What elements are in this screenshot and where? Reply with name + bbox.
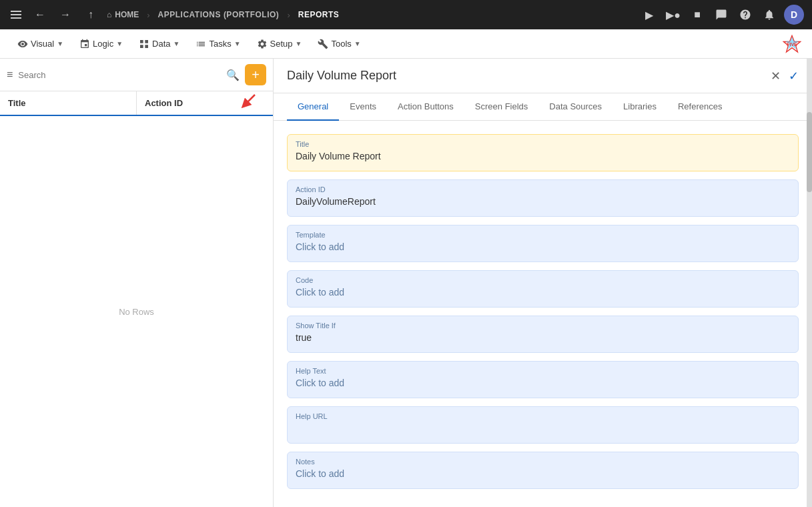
right-header: Daily Volume Report ✕ ✓ — [274, 59, 812, 93]
field-notes[interactable]: Notes Click to add — [287, 452, 799, 489]
home-icon: ⌂ — [107, 10, 111, 19]
nav-data-label: Data — [152, 39, 170, 49]
nav-visual-label: Visual — [31, 39, 54, 49]
panel-title: Daily Volume Report — [287, 69, 771, 83]
filter-icon[interactable]: ≡ — [7, 69, 13, 81]
plus-icon: + — [252, 67, 260, 83]
forward-button[interactable]: → — [56, 5, 75, 24]
confirm-button[interactable]: ✓ — [789, 69, 799, 83]
field-help-url[interactable]: Help URL — [287, 406, 799, 444]
field-code-label: Code — [296, 276, 790, 284]
field-notes-placeholder: Click to add — [296, 468, 790, 479]
field-show-title-if[interactable]: Show Title If true — [287, 316, 799, 353]
col-action-id: Action ID — [137, 91, 273, 115]
nav-tasks[interactable]: Tasks ▼ — [189, 35, 247, 53]
field-notes-label: Notes — [296, 458, 790, 466]
field-template-label: Template — [296, 231, 790, 239]
field-title-label: Title — [296, 140, 790, 148]
field-title[interactable]: Title Daily Volume Report — [287, 134, 799, 171]
field-show-title-if-value: true — [296, 332, 790, 343]
tab-events[interactable]: Events — [339, 93, 387, 121]
five-logo: FIVE — [783, 35, 801, 53]
stop-button[interactable]: ■ — [688, 5, 707, 24]
field-code[interactable]: Code Click to add — [287, 270, 799, 308]
logic-arrow: ▼ — [116, 40, 123, 47]
svg-text:FIVE: FIVE — [787, 41, 797, 46]
add-button[interactable]: + — [245, 64, 266, 85]
nav-tasks-label: Tasks — [209, 39, 231, 49]
tab-libraries[interactable]: Libraries — [613, 93, 667, 121]
breadcrumb: ⌂ HOME › APPLICATIONS (PORTFOLIO) › REPO… — [107, 10, 633, 20]
chat-button[interactable] — [712, 5, 731, 24]
top-nav-right: ▶ ▶● ■ D — [640, 5, 804, 25]
tab-screen-fields[interactable]: Screen Fields — [464, 93, 538, 121]
tab-general[interactable]: General — [287, 93, 339, 121]
top-navigation: ← → ↑ ⌂ HOME › APPLICATIONS (PORTFOLIO) … — [0, 0, 812, 29]
tools-arrow: ▼ — [354, 40, 361, 47]
nav-tools[interactable]: Tools ▼ — [311, 35, 367, 53]
form-content: Title Daily Volume Report Action ID Dail… — [274, 121, 812, 507]
nav-setup-label: Setup — [270, 39, 293, 49]
tab-references[interactable]: References — [667, 93, 733, 121]
field-action-id-label: Action ID — [296, 185, 790, 193]
field-help-text-label: Help Text — [296, 367, 790, 375]
left-panel: ≡ 🔍 + Title Action ID No Rows — [0, 59, 274, 507]
col-title: Title — [0, 91, 137, 115]
portfolio-label[interactable]: APPLICATIONS (PORTFOLIO) — [158, 10, 280, 19]
nav-data[interactable]: Data ▼ — [132, 35, 186, 53]
play-button[interactable]: ▶ — [640, 5, 659, 24]
separator2: › — [287, 10, 290, 20]
five-logo-icon: FIVE — [783, 35, 801, 53]
tab-data-sources[interactable]: Data Sources — [538, 93, 613, 121]
field-action-id-value: DailyVolumeReport — [296, 196, 790, 207]
setup-arrow: ▼ — [296, 40, 302, 47]
nav-setup[interactable]: Setup ▼ — [250, 35, 309, 53]
field-template-placeholder: Click to add — [296, 241, 790, 252]
up-button[interactable]: ↑ — [81, 5, 100, 24]
table-header: Title Action ID — [0, 91, 273, 116]
record-button[interactable]: ▶● — [664, 5, 683, 24]
field-template[interactable]: Template Click to add — [287, 225, 799, 262]
data-arrow: ▼ — [173, 40, 180, 47]
help-button[interactable] — [736, 5, 755, 24]
nav-tools-label: Tools — [331, 39, 351, 49]
main-area: ≡ 🔍 + Title Action ID No Rows — [0, 59, 812, 507]
tabs-bar: General Events Action Buttons Screen Fie… — [274, 93, 812, 121]
field-help-text[interactable]: Help Text Click to add — [287, 361, 799, 398]
close-button[interactable]: ✕ — [771, 69, 781, 83]
home-label: HOME — [115, 10, 139, 19]
bell-button[interactable] — [760, 5, 779, 24]
no-rows-message: No Rows — [0, 116, 273, 507]
field-show-title-if-label: Show Title If — [296, 322, 790, 330]
field-action-id[interactable]: Action ID DailyVolumeReport — [287, 179, 799, 217]
separator1: › — [147, 10, 149, 20]
tasks-arrow: ▼ — [234, 40, 241, 47]
field-code-placeholder: Click to add — [296, 287, 790, 298]
search-icon[interactable]: 🔍 — [226, 69, 240, 81]
search-input[interactable] — [18, 70, 221, 80]
home-nav[interactable]: ⌂ HOME — [107, 10, 139, 19]
back-button[interactable]: ← — [31, 5, 49, 24]
nav-logic[interactable]: Logic ▼ — [73, 35, 129, 53]
search-bar: ≡ 🔍 + — [0, 59, 273, 91]
nav-logic-label: Logic — [93, 39, 113, 49]
field-help-url-label: Help URL — [296, 412, 790, 420]
hamburger-icon[interactable] — [8, 7, 24, 23]
reports-label[interactable]: REPORTS — [298, 10, 340, 19]
nav-visual[interactable]: Visual ▼ — [11, 35, 70, 53]
visual-arrow: ▼ — [57, 40, 63, 47]
user-avatar[interactable]: D — [784, 5, 804, 25]
header-actions: ✕ ✓ — [771, 69, 799, 83]
field-help-text-placeholder: Click to add — [296, 378, 790, 388]
tab-action-buttons[interactable]: Action Buttons — [387, 93, 464, 121]
field-title-value: Daily Volume Report — [296, 151, 790, 161]
right-panel: Daily Volume Report ✕ ✓ General Events A… — [274, 59, 812, 507]
second-navigation: Visual ▼ Logic ▼ Data ▼ Tasks ▼ Setup ▼ … — [0, 29, 812, 59]
